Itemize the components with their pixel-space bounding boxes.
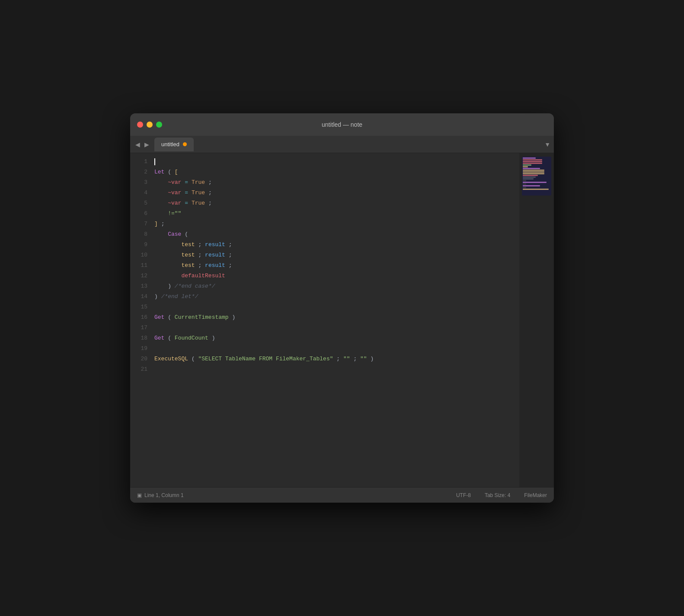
code-line-11: test ; result ; — [154, 260, 519, 271]
minimap-line — [523, 189, 549, 190]
minimap-lines — [522, 157, 551, 191]
minimap-line — [523, 187, 526, 188]
line-num-17: 17 — [130, 323, 153, 333]
code-line-1 — [154, 157, 519, 167]
line-num-9: 9 — [130, 240, 153, 250]
language-label: FileMaker — [524, 492, 547, 498]
tabbar: ◀ ▶ untitled ▼ — [130, 136, 554, 153]
code-line-12: defaultResult — [154, 271, 519, 281]
minimap-line — [523, 166, 528, 167]
line-num-21: 21 — [130, 364, 153, 375]
code-line-18: Get ( FoundCount ) — [154, 333, 519, 343]
code-line-7: ] ; — [154, 219, 519, 229]
minimap-line — [523, 180, 526, 181]
statusbar: ▣ Line 1, Column 1 UTF-8 Tab Size: 4 Fil… — [130, 487, 554, 503]
status-tab-size: Tab Size: 4 — [485, 492, 510, 498]
minimize-button[interactable] — [147, 122, 153, 128]
minimap — [519, 153, 554, 487]
minimap-line — [523, 161, 542, 162]
keyword-let: Let — [154, 169, 164, 175]
code-line-2: Let ( [ — [154, 167, 519, 177]
line-num-18: 18 — [130, 333, 153, 343]
line-num-15: 15 — [130, 302, 153, 312]
code-line-19 — [154, 343, 519, 354]
code-line-14: ) /*end let*/ — [154, 292, 519, 302]
minimap-line — [523, 182, 547, 183]
code-line-20: ExecuteSQL ( "SELECT TableName FROM File… — [154, 354, 519, 364]
position-label: Line 1, Column 1 — [144, 492, 184, 498]
minimap-preview — [522, 157, 551, 196]
line-num-14: 14 — [130, 292, 153, 302]
text-cursor — [154, 158, 155, 165]
line-num-3: 3 — [130, 177, 153, 188]
code-editor[interactable]: Let ( [ ~var = True ; ~var = True ; ~var… — [153, 153, 519, 487]
minimap-line — [523, 168, 540, 169]
code-line-9: test ; result ; — [154, 240, 519, 250]
status-position: ▣ Line 1, Column 1 — [137, 492, 184, 498]
code-line-13: ) /*end case*/ — [154, 281, 519, 292]
code-line-16: Get ( CurrentTimestamp ) — [154, 312, 519, 323]
status-right: UTF-8 Tab Size: 4 FileMaker — [456, 492, 547, 498]
line-num-10: 10 — [130, 250, 153, 260]
code-line-8: Case ( — [154, 229, 519, 240]
code-line-6: !="" — [154, 209, 519, 219]
minimap-line — [523, 163, 542, 164]
minimap-line — [523, 178, 534, 180]
line-num-4: 4 — [130, 188, 153, 198]
minimap-line — [523, 185, 540, 186]
status-encoding: UTF-8 — [456, 492, 471, 498]
minimap-line — [523, 173, 544, 174]
line-num-13: 13 — [130, 281, 153, 292]
minimap-line — [523, 164, 531, 166]
maximize-button[interactable] — [156, 122, 162, 128]
status-language: FileMaker — [524, 492, 547, 498]
minimap-line — [523, 171, 544, 173]
code-line-3: ~var = True ; — [154, 177, 519, 188]
minimap-line — [523, 183, 526, 185]
line-num-8: 8 — [130, 229, 153, 240]
line-numbers: 1 2 3 4 5 6 7 8 9 10 11 12 13 14 15 16 1… — [130, 153, 153, 487]
tab-dropdown-button[interactable]: ▼ — [544, 141, 550, 148]
close-button[interactable] — [137, 122, 143, 128]
code-line-15 — [154, 302, 519, 312]
tab-label: untitled — [161, 141, 179, 148]
line-num-6: 6 — [130, 209, 153, 219]
code-line-4: ~var = True ; — [154, 188, 519, 198]
minimap-line — [523, 157, 536, 159]
code-line-10: test ; result ; — [154, 250, 519, 260]
nav-arrows: ◀ ▶ — [134, 140, 151, 149]
tab-untitled[interactable]: untitled — [154, 138, 194, 151]
file-icon: ▣ — [137, 492, 142, 498]
traffic-lights — [137, 122, 162, 128]
line-num-20: 20 — [130, 354, 153, 364]
code-line-17 — [154, 323, 519, 333]
code-line-21 — [154, 364, 519, 375]
minimap-line — [523, 176, 536, 178]
code-line-5: ~var = True ; — [154, 198, 519, 209]
line-num-19: 19 — [130, 343, 153, 354]
line-num-16: 16 — [130, 312, 153, 323]
line-num-2: 2 — [130, 167, 153, 177]
encoding-label: UTF-8 — [456, 492, 471, 498]
nav-forward-button[interactable]: ▶ — [143, 140, 151, 149]
line-num-1: 1 — [130, 157, 153, 167]
minimap-line — [523, 159, 542, 160]
titlebar: untitled — note — [130, 113, 554, 136]
nav-back-button[interactable]: ◀ — [134, 140, 142, 149]
line-num-12: 12 — [130, 271, 153, 281]
line-num-7: 7 — [130, 219, 153, 229]
app-window: untitled — note ◀ ▶ untitled ▼ 1 2 3 4 5… — [130, 113, 554, 503]
window-title: untitled — note — [322, 121, 362, 128]
line-num-11: 11 — [130, 260, 153, 271]
minimap-line — [523, 175, 538, 176]
tab-modified-indicator — [183, 142, 187, 146]
tab-size-label: Tab Size: 4 — [485, 492, 510, 498]
editor: 1 2 3 4 5 6 7 8 9 10 11 12 13 14 15 16 1… — [130, 153, 554, 487]
minimap-line — [523, 170, 544, 171]
line-num-5: 5 — [130, 198, 153, 209]
